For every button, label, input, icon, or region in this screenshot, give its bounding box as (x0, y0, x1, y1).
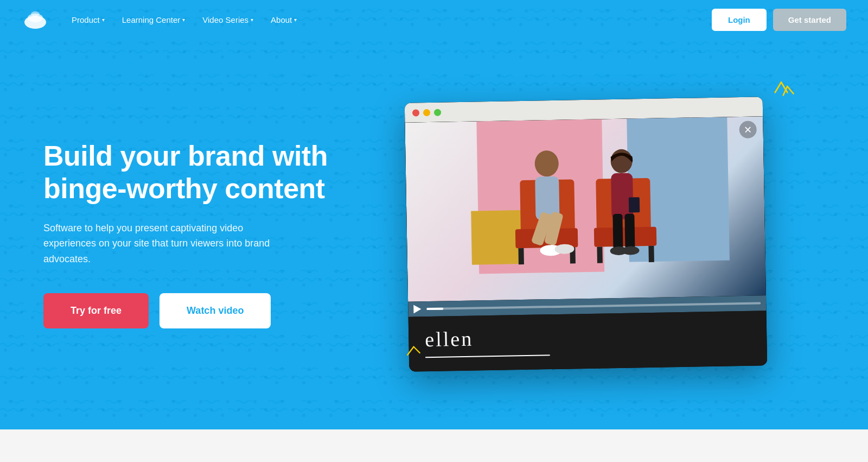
page-background: Product ▾ Learning Center ▾ Video Series… (0, 0, 868, 462)
hero-title: Build your brand with binge-worthy conte… (43, 140, 347, 205)
progress-bar[interactable] (426, 302, 761, 310)
watch-video-button[interactable]: Watch video (159, 293, 271, 328)
svg-rect-11 (518, 248, 524, 264)
video-scene (405, 116, 766, 301)
svg-line-5 (787, 86, 793, 94)
signature-underline (425, 355, 550, 358)
play-button[interactable] (413, 305, 422, 313)
chevron-down-icon: ▾ (294, 17, 297, 23)
hero-subtitle: Software to help you present captivating… (43, 220, 282, 267)
sparkle-icon (765, 78, 797, 111)
progress-fill (426, 308, 443, 311)
hero-section: Build your brand with binge-worthy conte… (0, 39, 868, 429)
svg-line-7 (407, 347, 413, 355)
browser-mockup: × (405, 97, 768, 371)
try-for-free-button[interactable]: Try for free (43, 293, 149, 328)
svg-rect-21 (597, 246, 603, 263)
svg-rect-25 (612, 214, 623, 249)
browser-content: × (405, 116, 767, 371)
svg-rect-29 (629, 197, 640, 212)
chevron-down-icon: ▾ (102, 17, 105, 23)
svg-point-23 (610, 149, 633, 173)
video-mockup-container: × (347, 100, 825, 369)
bottom-bar (0, 429, 868, 462)
svg-rect-26 (624, 213, 635, 249)
nav-item-learning-center[interactable]: Learning Center ▾ (116, 12, 192, 28)
scene-chairs (405, 116, 766, 301)
sparkle-bottom-left (401, 337, 426, 363)
svg-point-13 (534, 150, 559, 177)
browser-dot-red (412, 109, 419, 116)
sparkle-icon-small (401, 337, 426, 361)
login-button[interactable]: Login (712, 9, 767, 31)
logo[interactable] (22, 6, 49, 33)
nav-item-about[interactable]: About ▾ (264, 12, 303, 28)
chevron-down-icon: ▾ (182, 17, 185, 23)
hero-text: Build your brand with binge-worthy conte… (43, 140, 347, 328)
nav-links: Product ▾ Learning Center ▾ Video Series… (65, 12, 712, 28)
signature-text: ellen (425, 322, 751, 351)
signature-area: ellen (409, 311, 768, 372)
logo-icon (22, 6, 49, 33)
video-thumbnail (405, 116, 766, 301)
browser-dot-green (434, 109, 441, 116)
get-started-button[interactable]: Get started (773, 9, 846, 31)
svg-line-4 (775, 83, 781, 93)
svg-line-8 (414, 347, 420, 353)
people-chairs-illustration (503, 145, 668, 300)
navbar: Product ▾ Learning Center ▾ Video Series… (0, 0, 868, 39)
sparkle-top-right (765, 78, 797, 113)
svg-point-28 (622, 246, 639, 255)
svg-rect-22 (648, 246, 654, 262)
browser-dot-yellow (423, 109, 430, 116)
chevron-down-icon: ▾ (251, 17, 253, 23)
nav-actions: Login Get started (712, 9, 846, 31)
svg-point-2 (31, 11, 40, 17)
nav-item-product[interactable]: Product ▾ (65, 12, 111, 28)
hero-buttons: Try for free Watch video (43, 293, 347, 328)
nav-item-video-series[interactable]: Video Series ▾ (196, 12, 260, 28)
